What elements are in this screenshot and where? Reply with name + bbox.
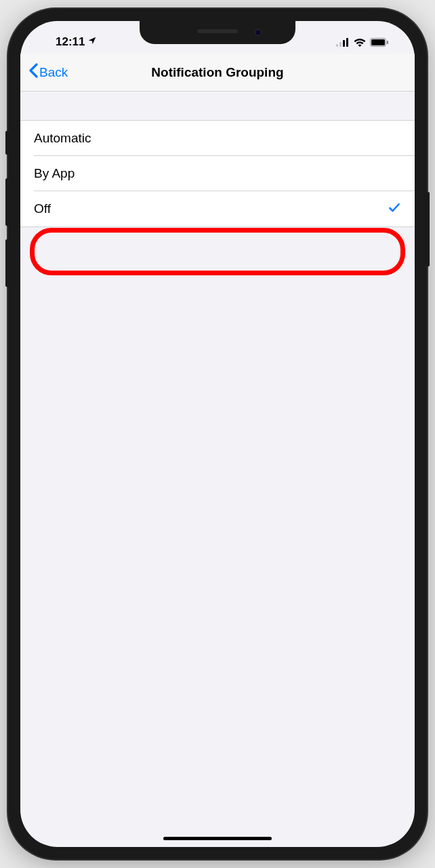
svg-rect-3 [346,38,348,47]
option-label: Off [34,201,51,216]
speaker [197,29,238,33]
home-indicator[interactable] [163,837,272,840]
svg-rect-2 [343,40,345,47]
front-camera [255,29,262,36]
signal-icon [336,38,350,47]
wifi-icon [354,38,366,47]
page-title: Notification Grouping [20,65,415,80]
phone-frame: 12:11 [8,9,427,859]
power-button [427,192,430,267]
back-label: Back [39,65,68,80]
option-label: Automatic [34,131,91,146]
notch [140,21,295,44]
location-icon [87,35,97,49]
chevron-back-icon [28,63,38,81]
status-time: 12:11 [56,35,85,49]
svg-rect-0 [336,44,338,47]
screen: 12:11 [20,21,415,847]
volume-up-button [5,178,8,226]
status-right [336,38,396,47]
svg-rect-6 [387,41,388,44]
section-spacer [20,92,415,120]
option-automatic[interactable]: Automatic [20,121,415,156]
svg-rect-5 [371,39,385,45]
back-button[interactable]: Back [20,63,68,81]
option-off[interactable]: Off [20,191,415,226]
nav-bar: Back Notification Grouping [20,54,415,92]
options-list: Automatic By App Off [20,120,415,227]
mute-switch [5,131,8,155]
option-by-app[interactable]: By App [20,156,415,191]
annotation-highlight [30,228,405,275]
volume-down-button [5,239,8,287]
option-label: By App [34,166,75,181]
svg-rect-1 [339,42,341,47]
status-left: 12:11 [39,35,97,49]
battery-icon [370,38,389,47]
checkmark-icon [388,201,401,218]
content: Automatic By App Off [20,92,415,227]
